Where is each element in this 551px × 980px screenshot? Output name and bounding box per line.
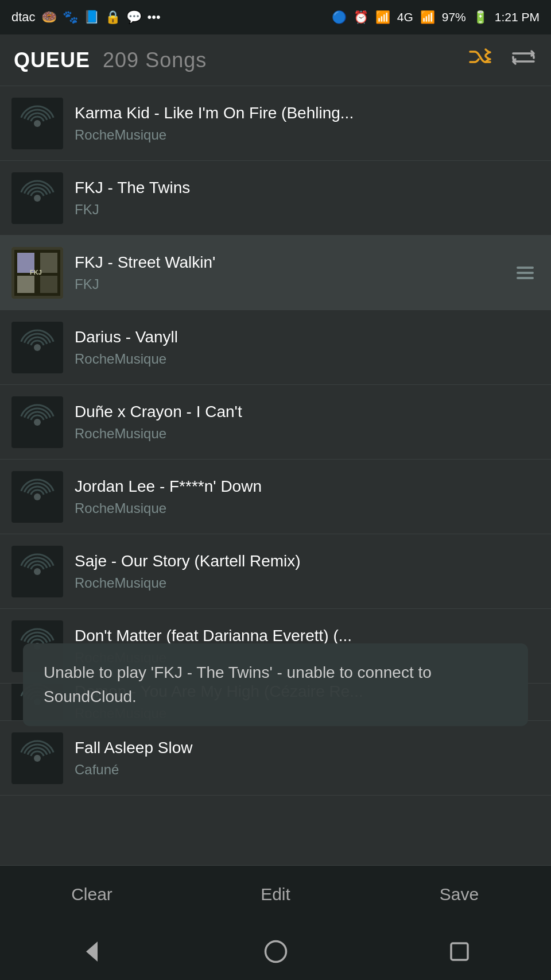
song-title: Don't Matter (feat Darianna Everett) (..… xyxy=(75,627,528,645)
clear-button[interactable]: Clear xyxy=(0,873,184,916)
nav-bar xyxy=(0,923,551,980)
battery-icon: 🔋 xyxy=(473,10,488,24)
song-title: Fall Asleep Slow xyxy=(75,739,528,757)
song-info: Darius - VanyllRocheMusique xyxy=(63,328,540,367)
song-title: Karma Kid - Like I'm On Fire (Behling... xyxy=(75,104,528,122)
song-artist: RocheMusique xyxy=(75,575,528,591)
song-count: 209 Songs xyxy=(96,48,207,72)
song-thumbnail xyxy=(11,732,63,784)
song-info: FKJ - Street Walkin'FKJ xyxy=(63,253,511,292)
bluetooth-icon: 🔵 xyxy=(332,10,347,24)
vinyl-icon xyxy=(14,735,60,781)
svg-point-1 xyxy=(34,120,41,127)
svg-point-3 xyxy=(34,195,41,202)
song-artist: RocheMusique xyxy=(75,500,528,516)
status-bar: dtac 🍩 🐾 📘 🔒 💬 ••• 🔵 ⏰ 📶 4G 📶 97% 🔋 1:21… xyxy=(0,0,551,34)
vinyl-icon xyxy=(14,101,60,146)
svg-point-7 xyxy=(34,419,41,426)
bottom-bar: Clear Edit Save xyxy=(0,865,551,923)
header-title: QUEUE 209 Songs xyxy=(14,48,207,72)
song-artist: RocheMusique xyxy=(75,426,528,442)
song-info: Fall Asleep SlowCafuné xyxy=(63,739,540,778)
song-title: Saje - Our Story (Kartell Remix) xyxy=(75,552,528,570)
song-item[interactable]: FKJ - The TwinsFKJ xyxy=(0,161,551,236)
song-title: Jordan Lee - F****n' Down xyxy=(75,477,528,496)
signal-icon: 📶 xyxy=(420,10,435,24)
song-item[interactable]: Karma Kid - Like I'm On Fire (Behling...… xyxy=(0,86,551,161)
song-thumbnail xyxy=(11,322,63,373)
song-title: FKJ - Street Walkin' xyxy=(75,253,499,272)
vinyl-icon xyxy=(14,175,60,221)
battery-label: 97% xyxy=(442,10,466,24)
song-title: Darius - Vanyll xyxy=(75,328,528,346)
song-item[interactable]: Darius - VanyllRocheMusique xyxy=(0,310,551,385)
carrier-label: dtac xyxy=(11,10,36,25)
facebook-icon: 📘 xyxy=(84,10,99,25)
song-thumbnail xyxy=(11,172,63,224)
drag-handle[interactable] xyxy=(511,261,540,285)
song-item[interactable]: Jordan Lee - F****n' DownRocheMusique xyxy=(0,460,551,534)
song-title: FKJ - The Twins xyxy=(75,179,528,197)
song-artist: Cafuné xyxy=(75,762,528,778)
song-thumbnail xyxy=(11,396,63,448)
save-button[interactable]: Save xyxy=(367,873,551,916)
song-title: Duñe x Crayon - I Can't xyxy=(75,403,528,421)
edit-button[interactable]: Edit xyxy=(184,873,367,916)
svg-point-19 xyxy=(265,941,286,962)
song-thumbnail xyxy=(11,247,63,299)
song-item[interactable]: FKJ - Street Walkin'FKJ xyxy=(0,236,551,310)
recents-button[interactable] xyxy=(436,928,482,974)
shuffle-button[interactable] xyxy=(467,46,496,74)
app-icon-3: 🔒 xyxy=(105,10,121,25)
status-left: dtac 🍩 🐾 📘 🔒 💬 ••• xyxy=(11,10,161,25)
song-artist: RocheMusique xyxy=(75,351,528,367)
svg-marker-18 xyxy=(86,942,98,962)
vinyl-icon xyxy=(14,474,60,520)
song-artist: RocheMusique xyxy=(75,127,528,143)
song-info: FKJ - The TwinsFKJ xyxy=(63,179,540,218)
song-info: Saje - Our Story (Kartell Remix)RocheMus… xyxy=(63,552,540,591)
song-item[interactable]: Fall Asleep SlowCafuné xyxy=(0,721,551,796)
svg-point-5 xyxy=(34,344,41,351)
song-artist: FKJ xyxy=(75,276,499,292)
song-info: Karma Kid - Like I'm On Fire (Behling...… xyxy=(63,104,540,143)
vinyl-icon xyxy=(14,325,60,371)
song-info: Jordan Lee - F****n' DownRocheMusique xyxy=(63,477,540,516)
more-icon: ••• xyxy=(148,10,161,25)
song-artist: FKJ xyxy=(75,202,528,218)
signal-label: 4G xyxy=(397,10,413,24)
song-thumbnail xyxy=(11,471,63,523)
queue-header: QUEUE 209 Songs xyxy=(0,34,551,86)
wifi-icon: 📶 xyxy=(375,10,390,24)
carrier-icon-1: 🍩 xyxy=(41,10,57,25)
back-button[interactable] xyxy=(69,928,115,974)
carrier-icon-2: 🐾 xyxy=(63,10,78,25)
svg-point-17 xyxy=(34,755,41,762)
svg-point-9 xyxy=(34,493,41,500)
svg-point-11 xyxy=(34,568,41,575)
app-icon-4: 💬 xyxy=(126,10,142,25)
status-right: 🔵 ⏰ 📶 4G 📶 97% 🔋 1:21 PM xyxy=(332,10,540,24)
vinyl-icon xyxy=(14,549,60,595)
time-label: 1:21 PM xyxy=(495,10,540,24)
queue-label: QUEUE xyxy=(14,48,90,72)
home-button[interactable] xyxy=(253,928,298,974)
song-thumbnail xyxy=(11,546,63,597)
song-item[interactable]: Duñe x Crayon - I Can'tRocheMusique xyxy=(0,385,551,460)
song-thumbnail xyxy=(11,98,63,149)
header-actions xyxy=(467,46,537,74)
song-info: Duñe x Crayon - I Can'tRocheMusique xyxy=(63,403,540,442)
repeat-button[interactable] xyxy=(510,47,537,74)
song-item[interactable]: Saje - Our Story (Kartell Remix)RocheMus… xyxy=(0,534,551,609)
alarm-icon: ⏰ xyxy=(354,10,368,24)
fkj-album-art xyxy=(11,247,63,299)
error-toast: Unable to play 'FKJ - The Twins' - unabl… xyxy=(23,643,528,726)
svg-rect-20 xyxy=(451,943,468,960)
vinyl-icon xyxy=(14,399,60,445)
toast-message: Unable to play 'FKJ - The Twins' - unabl… xyxy=(44,663,432,705)
